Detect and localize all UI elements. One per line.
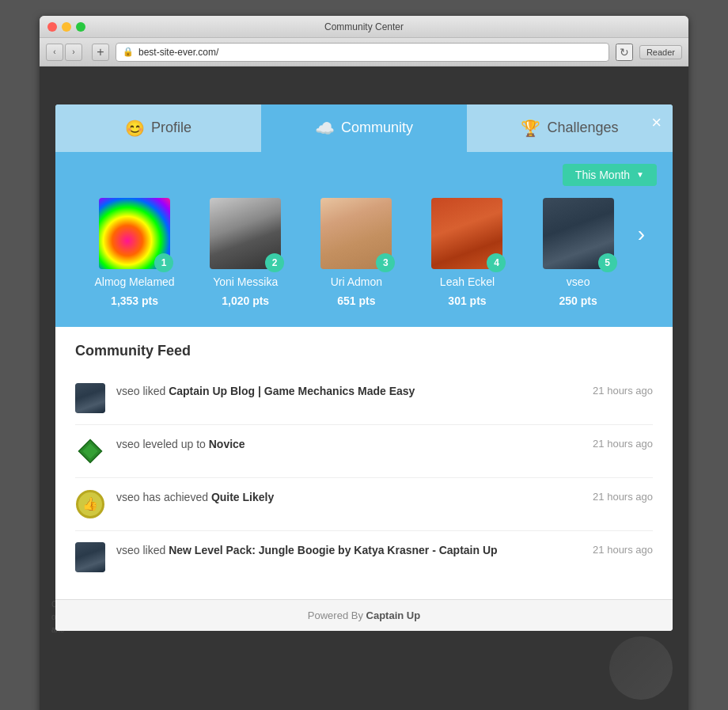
feed-item-2: vseo leveled up to Novice 21 hours ago [75, 425, 653, 478]
filter-button[interactable]: This Month ▼ [563, 164, 657, 186]
leaderboard-users: 1 Almog Melamed 1,353 pts 2 Yoni Messika [71, 198, 657, 307]
feed-target-1: Captain Up Blog | Game Mechanics Made Ea… [169, 385, 415, 397]
feed-user-4: vseo [116, 544, 140, 556]
community-feed-section: Community Feed vseo liked Captain Up Blo… [55, 327, 673, 599]
feed-text-4: vseo liked New Level Pack: Jungle Boogie… [116, 542, 574, 559]
rank-badge-5: 5 [598, 253, 617, 272]
footer-text: Powered By [308, 609, 363, 621]
feed-user-1: vseo [116, 385, 140, 397]
tab-profile-label: Profile [151, 120, 191, 136]
user-avatar-wrapper-4: 4 [431, 198, 502, 269]
modal-footer: Powered By Captain Up [55, 599, 673, 631]
user-card-1: 1 Almog Melamed 1,353 pts [79, 198, 190, 307]
rank-badge-4: 4 [487, 253, 506, 272]
diamond-icon [78, 439, 103, 464]
user-pts-3: 651 pts [337, 294, 375, 307]
user-name-1: Almog Melamed [94, 275, 174, 288]
feed-time-1: 21 hours ago [593, 383, 653, 397]
forward-button[interactable]: › [65, 44, 82, 61]
new-tab-button[interactable]: + [92, 44, 109, 61]
back-button[interactable]: ‹ [46, 44, 63, 61]
url-text: best-site-ever.com/ [138, 47, 218, 58]
nav-buttons: ‹ › [46, 44, 82, 61]
leaderboard-section: This Month ▼ 1 Almog Melamed 1,35 [55, 152, 673, 327]
feed-avatar-img-1 [75, 383, 105, 413]
feed-avatar-4 [75, 542, 105, 572]
user-card-5: 5 vseo 250 pts [523, 198, 634, 307]
feed-item-1: vseo liked Captain Up Blog | Game Mechan… [75, 372, 653, 425]
minimize-window-button[interactable] [62, 22, 71, 32]
feed-text-2: vseo leveled up to Novice [116, 436, 574, 453]
browser-toolbar: ‹ › + 🔒 best-site-ever.com/ ↻ Reader [40, 38, 688, 66]
user-pts-4: 301 pts [448, 294, 486, 307]
user-name-4: Leah Eckel [440, 275, 495, 288]
community-modal: × 😊 Profile ☁️ Community 🏆 Challenges [55, 104, 673, 631]
feed-title: Community Feed [75, 343, 653, 359]
tab-profile[interactable]: 😊 Profile [55, 104, 261, 152]
rank-badge-1: 1 [154, 253, 173, 272]
feed-avatar-img-4 [75, 542, 105, 572]
feed-text-3: vseo has achieved Quite Likely [116, 489, 574, 506]
user-pts-1: 1,353 pts [111, 294, 158, 307]
user-card-4: 4 Leah Eckel 301 pts [411, 198, 522, 307]
feed-item-3: 👍 vseo has achieved Quite Likely 21 hour… [75, 478, 653, 531]
browser-titlebar: Community Center [40, 16, 688, 38]
filter-arrow-icon: ▼ [636, 170, 644, 179]
reader-button[interactable]: Reader [639, 45, 682, 59]
community-icon: ☁️ [315, 119, 335, 138]
user-avatar-wrapper-5: 5 [543, 198, 614, 269]
feed-target-4: New Level Pack: Jungle Boogie by Katya K… [169, 544, 497, 556]
tab-community[interactable]: ☁️ Community [261, 104, 467, 152]
tab-community-label: Community [341, 120, 413, 136]
user-avatar-wrapper-1: 1 [99, 198, 170, 269]
user-avatar-wrapper-3: 3 [320, 198, 392, 269]
modal-tabs: 😊 Profile ☁️ Community 🏆 Challenges [55, 104, 673, 152]
user-card-2: 2 Yoni Messika 1,020 pts [190, 198, 301, 307]
browser-content: FL Capo ranc × 😊 Profile ☁️ Community [40, 66, 688, 710]
user-card-3: 3 Uri Admon 651 pts [301, 198, 411, 307]
feed-item-4: vseo liked New Level Pack: Jungle Boogie… [75, 531, 653, 583]
feed-time-3: 21 hours ago [593, 489, 653, 503]
close-window-button[interactable] [47, 22, 57, 32]
browser-title: Community Center [324, 21, 404, 32]
challenges-icon: 🏆 [521, 119, 540, 138]
tab-challenges-label: Challenges [547, 120, 618, 136]
modal-overlay: × 😊 Profile ☁️ Community 🏆 Challenges [40, 66, 688, 710]
profile-icon: 😊 [125, 119, 145, 138]
rank-badge-2: 2 [265, 253, 284, 272]
filter-label: This Month [575, 169, 630, 181]
feed-time-2: 21 hours ago [593, 436, 653, 450]
user-avatar-wrapper-2: 2 [210, 198, 281, 269]
feed-text-1: vseo liked Captain Up Blog | Game Mechan… [116, 383, 574, 400]
browser-window: Community Center ‹ › + 🔒 best-site-ever.… [40, 16, 688, 710]
feed-user-3: vseo [116, 491, 140, 503]
feed-time-4: 21 hours ago [593, 542, 653, 556]
lock-icon: 🔒 [123, 47, 134, 57]
user-pts-5: 250 pts [559, 294, 597, 307]
user-name-2: Yoni Messika [213, 275, 278, 288]
rank-badge-3: 3 [376, 253, 395, 272]
maximize-window-button[interactable] [76, 22, 85, 32]
window-controls [47, 22, 85, 32]
feed-user-2: vseo [116, 438, 140, 450]
next-page-button[interactable]: › [634, 222, 649, 247]
address-bar[interactable]: 🔒 best-site-ever.com/ [116, 43, 609, 62]
user-name-3: Uri Admon [331, 275, 382, 288]
feed-avatar-1 [75, 383, 105, 413]
refresh-button[interactable]: ↻ [616, 44, 633, 61]
feed-avatar-3: 👍 [75, 489, 105, 519]
feed-avatar-2 [75, 436, 105, 466]
user-pts-2: 1,020 pts [222, 294, 269, 307]
feed-target-2: Novice [209, 438, 245, 450]
achievement-icon: 👍 [76, 490, 104, 518]
tab-challenges[interactable]: 🏆 Challenges [467, 104, 673, 152]
modal-close-button[interactable]: × [651, 114, 662, 131]
feed-target-3: Quite Likely [211, 491, 274, 503]
filter-bar: This Month ▼ [71, 164, 657, 186]
user-name-5: vseo [567, 275, 590, 288]
footer-brand: Captain Up [366, 609, 421, 621]
